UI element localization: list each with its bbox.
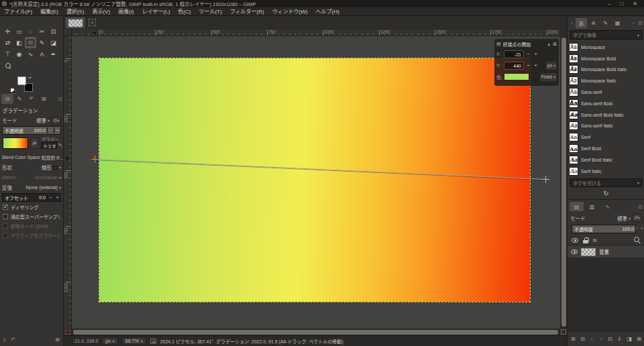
delete-layer-button[interactable]: ⊠ [637, 336, 641, 342]
layer-mode-select[interactable]: 標準▾ [617, 215, 631, 222]
layer-opacity-slider[interactable]: 不透明度 100.0 [572, 225, 636, 233]
vertical-scrollbar[interactable] [560, 36, 567, 329]
menu-2[interactable]: 編集(E) [36, 7, 62, 16]
menu-9[interactable]: フィルター(R) [226, 7, 268, 16]
dock-tab-menu-icon[interactable]: ⊡ [58, 97, 62, 102]
navigation-button[interactable] [561, 329, 566, 335]
y-input[interactable]: 440 [504, 62, 524, 70]
checkbox-row-2[interactable]: 適応型スーパーサンプリング [0, 212, 63, 221]
layers-tab-menu-icon[interactable]: ⊡ [639, 204, 643, 210]
ink-tool[interactable]: ✒ [48, 48, 59, 60]
free-select-tool[interactable]: ◌ [25, 25, 36, 37]
mode-select[interactable]: 標準▾ [36, 117, 50, 124]
unchecked-checkbox[interactable] [3, 214, 8, 219]
tab-brushes[interactable]: ≋ [588, 18, 599, 28]
shape-row[interactable]: 形状 線形▾ [0, 162, 63, 172]
text-tool[interactable]: A [36, 48, 48, 60]
font-row-monospace[interactable]: AaMonospace [569, 42, 643, 53]
tab-images[interactable]: ⊞ [38, 94, 50, 104]
gradient-start-handle[interactable] [91, 156, 99, 163]
checkbox-row-3[interactable]: 即時モード (Shift) [0, 221, 63, 231]
title-bar[interactable]: *[名称未設定]-3.0 (RGB カラー 8 bit ノンリニア整数, GIM… [0, 0, 644, 7]
gradient-end-handle[interactable] [542, 176, 549, 183]
gradient-flip-button[interactable]: ⇄ [30, 137, 39, 149]
opacity-slider[interactable]: 不透明度 100.0 − + [2, 126, 61, 135]
search-layers-icon[interactable] [634, 237, 641, 243]
image-tab[interactable] [66, 17, 85, 28]
offset-increase-button[interactable]: + [54, 194, 60, 200]
move-tool[interactable]: ✛ [2, 25, 13, 37]
font-row-serif-italic[interactable]: AaSerif Italic [569, 166, 643, 177]
repeat-row[interactable]: 反復 None (extend)▾ [0, 182, 63, 192]
delete-tool-preset-button[interactable]: ⊠ [55, 337, 60, 343]
save-tool-preset-button[interactable]: ⤓ [3, 336, 6, 343]
font-row-monospace-italic[interactable]: AaMonospace Italic [569, 75, 643, 86]
blend-color-space-row[interactable]: Blend Color Space 知覚的 R...▾ [0, 152, 63, 162]
smudge-tool[interactable]: ∿ [25, 48, 36, 60]
ruler-corner-button[interactable] [64, 30, 72, 36]
x-decrease-button[interactable]: − [525, 50, 531, 58]
minimize-button[interactable]: – [608, 0, 610, 7]
tab-layers[interactable]: ▤ [570, 202, 584, 211]
new-layer-button[interactable]: ⊞ [571, 336, 576, 342]
pencil-tool[interactable]: ✎ [36, 37, 48, 48]
menu-8[interactable]: ツール(T) [195, 7, 225, 16]
font-search-field[interactable]: タグで検索 ▾ [570, 30, 643, 40]
menu-1[interactable]: ファイル(F) [0, 7, 36, 16]
gradient-edit-icon[interactable]: ✎ [58, 143, 62, 148]
quick-mask-toggle[interactable] [65, 330, 70, 335]
offset-decrease-button[interactable]: − [47, 194, 54, 200]
y-increase-button[interactable]: + [533, 62, 539, 70]
detach-dialog-icon[interactable]: ⊠ [553, 42, 557, 47]
canvas-image[interactable] [99, 58, 530, 302]
x-increase-button[interactable]: + [533, 50, 539, 58]
layer-mode-reset-button[interactable]: ↺▾ [632, 214, 642, 222]
menu-5[interactable]: 画像(I) [114, 7, 138, 16]
duplicate-layer-button[interactable]: ⊡ [608, 336, 612, 342]
eraser-tool[interactable]: ◪ [48, 37, 59, 48]
zoom-select[interactable]: 66.7%▾ [122, 337, 146, 345]
fx-icon[interactable]: fx [593, 237, 597, 243]
default-colors-icon[interactable] [11, 89, 16, 94]
unit-select[interactable]: px▾ [546, 62, 557, 70]
maximize-button[interactable]: □ [620, 0, 623, 7]
vertical-scrollbar-thumb[interactable] [561, 38, 566, 327]
layer-row-background[interactable]: 背景 [568, 246, 644, 257]
vertical-ruler[interactable]: 02505007501000 [64, 36, 72, 329]
rectangle-select-tool[interactable]: ▭ [13, 25, 25, 37]
dock-scroll-left-button[interactable]: ‹ [569, 20, 575, 26]
menu-3[interactable]: 選択(S) [62, 7, 89, 16]
font-row-serif[interactable]: AaSerif [569, 131, 643, 143]
horizontal-ruler[interactable]: 025050075010001250150017502000 [72, 30, 560, 36]
opacity-decrease-button[interactable]: − [47, 127, 54, 133]
zoom-tool[interactable] [2, 60, 13, 71]
opacity-increase-button[interactable]: + [54, 127, 60, 133]
bucket-fill-tool[interactable]: ◧ [13, 37, 25, 48]
layer-opacity-increase-button[interactable]: + [639, 224, 644, 233]
menu-11[interactable]: ヘルプ(H) [312, 7, 343, 16]
visibility-eye-icon[interactable] [572, 238, 578, 243]
menu-6[interactable]: レイヤー(L) [138, 7, 174, 16]
checkbox-row-4[interactable]: アクティブなグラデーションの修正 [0, 231, 63, 240]
fg-bg-color-area[interactable]: ⇄ [9, 75, 39, 95]
close-button[interactable]: ✕ [633, 0, 637, 7]
tab-patterns[interactable]: ▦ [612, 18, 623, 28]
dock-tab-menu-button[interactable]: ⊡ [637, 20, 643, 26]
tab-paths[interactable]: ∿ [600, 202, 614, 211]
font-row-serif-bold[interactable]: AaSerif Bold [569, 143, 643, 154]
layer-mask-button[interactable]: ◨ [627, 336, 632, 342]
unchecked-checkbox[interactable] [3, 233, 8, 238]
gradient-tool[interactable] [25, 37, 36, 48]
font-row-sans-serif[interactable]: AaSans-serif [569, 86, 643, 98]
unit-select[interactable]: px▾ [102, 337, 117, 345]
tab-device-status[interactable]: ✎ [13, 94, 25, 104]
tab-paintbrush[interactable]: ✎ [600, 18, 611, 28]
new-layer-group-button[interactable]: ⊟ [580, 336, 585, 342]
dock-scroll-right-button[interactable]: › [631, 20, 637, 26]
layer-opacity-decrease-button[interactable]: − [635, 224, 639, 233]
swap-colors-icon[interactable]: ⇄ [28, 75, 32, 80]
layer-visibility-eye-icon[interactable] [571, 249, 578, 254]
tag-entry-field[interactable]: タグを付ける ▾ [570, 178, 643, 187]
endpoint-color-swatch[interactable] [504, 73, 529, 80]
lock-icon[interactable] [583, 237, 588, 243]
